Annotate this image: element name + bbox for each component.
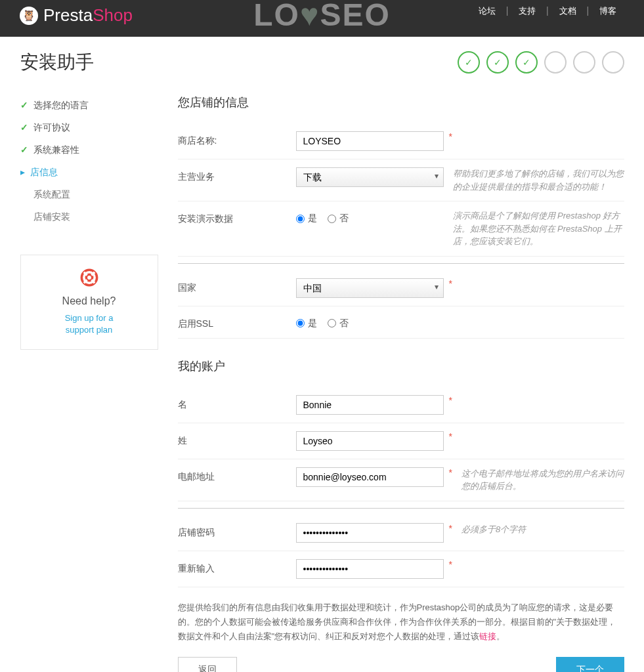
step-2-done: ✓ [486, 51, 509, 74]
demo-no-radio[interactable] [328, 215, 336, 223]
confirm-label: 重新输入 [178, 559, 296, 575]
lastname-label: 姓 [178, 431, 296, 447]
password-hint: 必须多于8个字符 [462, 523, 624, 536]
svg-point-1 [86, 274, 92, 280]
disclaimer-link[interactable]: 链接 [479, 631, 496, 641]
required-marker: * [449, 131, 452, 142]
lifebuoy-icon [80, 268, 98, 287]
next-button[interactable]: 下一个 [556, 657, 624, 672]
activity-label: 主营业务 [178, 167, 296, 183]
activity-hint: 帮助我们更多地了解你的店铺，我们可以为您的企业提供最佳的指导和最合适的功能！ [453, 167, 624, 193]
sidebar-item-license: 许可协议 [20, 117, 158, 139]
sidebar: 选择您的语言 许可协议 系统兼容性 店信息 系统配置 店铺安装 Need hel… [20, 94, 158, 672]
header-bar: 论坛 | 支持 | 文档 | 博客 🦉 PrestaShop LO♥SEO [0, 0, 644, 37]
country-label: 国家 [178, 278, 296, 294]
demo-no-label[interactable]: 否 [328, 213, 349, 224]
demo-hint: 演示商品是个了解如何使用 Prestashop 好方法。如果您还不熟悉如何在 P… [453, 209, 624, 248]
demo-yes-label[interactable]: 是 [296, 213, 317, 224]
main-content: 您店铺的信息 商店名称: * 主营业务 下载 帮助我们更多地了解你的店铺，我们可… [178, 94, 624, 672]
step-3-done: ✓ [515, 51, 538, 74]
help-title: Need help? [34, 295, 144, 307]
sidebar-item-sysconfig: 系统配置 [20, 184, 158, 206]
step-6-todo [602, 51, 624, 74]
sidebar-item-install: 店铺安装 [20, 206, 158, 228]
nav-forum[interactable]: 论坛 [479, 6, 496, 16]
page-title: 安装助手 [20, 50, 94, 75]
required-marker: * [449, 559, 452, 570]
ssl-no-radio[interactable] [328, 319, 336, 327]
ssl-yes-label[interactable]: 是 [296, 318, 317, 329]
prestashop-icon: 🦉 [20, 7, 38, 25]
help-signup-link[interactable]: Sign up for asupport plan [34, 312, 144, 336]
sidebar-item-shopinfo: 店信息 [20, 161, 158, 184]
ssl-yes-radio[interactable] [296, 319, 305, 327]
required-marker: * [449, 467, 452, 478]
required-marker: * [449, 523, 452, 534]
nav-docs[interactable]: 文档 [559, 6, 576, 16]
activity-select[interactable]: 下载 [296, 167, 444, 187]
step-5-todo [573, 51, 595, 74]
firstname-label: 名 [178, 395, 296, 411]
password-input[interactable] [296, 523, 444, 543]
shopname-label: 商店名称: [178, 131, 296, 147]
sidebar-item-compat: 系统兼容性 [20, 139, 158, 161]
confirm-input[interactable] [296, 559, 444, 579]
prestashop-logo-text: PrestaShop [43, 5, 133, 26]
watermark-logo: LO♥SEO [253, 0, 391, 33]
help-box: Need help? Sign up for asupport plan [20, 255, 158, 350]
country-select[interactable]: 中国 [296, 278, 444, 298]
step-4-todo [544, 51, 567, 74]
nav-blog[interactable]: 博客 [599, 6, 616, 16]
progress-steps: ✓ ✓ ✓ [458, 51, 624, 74]
ssl-no-label[interactable]: 否 [328, 318, 349, 329]
section-shop-heading: 您店铺的信息 [178, 94, 624, 110]
demo-yes-radio[interactable] [296, 215, 305, 223]
email-input[interactable] [296, 467, 444, 487]
step-1-done: ✓ [458, 51, 480, 74]
lastname-input[interactable] [296, 431, 444, 451]
password-label: 店铺密码 [178, 523, 296, 539]
email-label: 电邮地址 [178, 467, 296, 483]
ssl-label: 启用SSL [178, 314, 296, 330]
disclaimer-text: 您提供给我们的所有信息由我们收集用于数据处理和统计，作为Prestashop公司… [178, 600, 624, 644]
demo-label: 安装演示数据 [178, 209, 296, 225]
required-marker: * [449, 395, 452, 406]
nav-support[interactable]: 支持 [519, 6, 536, 16]
section-account-heading: 我的账户 [178, 358, 624, 374]
back-button[interactable]: 返回 [178, 657, 237, 672]
email-hint: 这个电子邮件地址将成为您的用户名来访问您的店铺后台。 [462, 467, 624, 493]
required-marker: * [449, 431, 452, 442]
required-marker: * [449, 278, 452, 289]
sidebar-item-language: 选择您的语言 [20, 94, 158, 117]
logo-area: 🦉 PrestaShop [20, 5, 133, 26]
firstname-input[interactable] [296, 395, 444, 415]
shopname-input[interactable] [296, 131, 444, 151]
